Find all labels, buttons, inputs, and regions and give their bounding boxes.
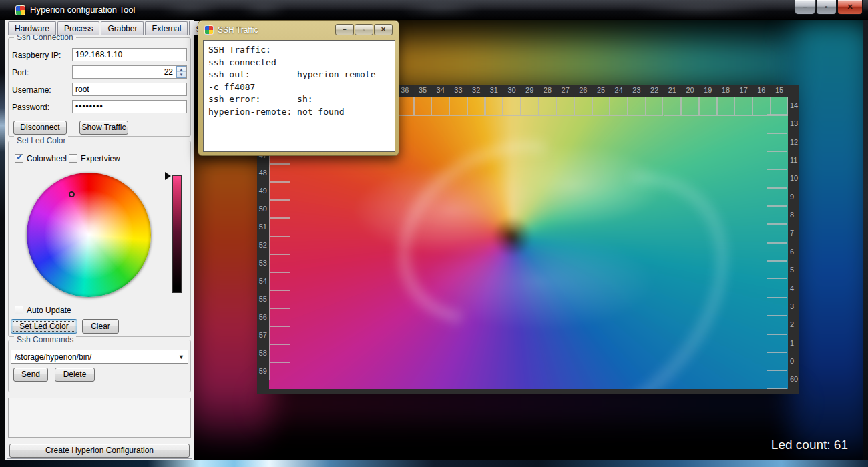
username-field[interactable] [72, 83, 187, 96]
dialog-maximize-button[interactable]: ▫ [355, 24, 373, 35]
led-index-label: 53 [253, 259, 267, 267]
led-index-label: 17 [734, 86, 752, 94]
log-line: SSH Traffic: [208, 44, 390, 57]
tab-process[interactable]: Process [57, 21, 99, 35]
maximize-button[interactable]: ▫ [816, 0, 837, 15]
expertview-checkbox[interactable] [69, 154, 77, 163]
dialog-close-button[interactable]: ✕ [374, 24, 393, 35]
maximize-icon: ▫ [363, 26, 365, 33]
led-index-label: 13 [790, 119, 803, 127]
close-button[interactable]: ✕ [837, 0, 863, 15]
led-cell [269, 362, 290, 380]
slider-arrow-icon[interactable] [165, 172, 171, 180]
led-cell [467, 97, 485, 116]
led-index-label: 28 [539, 86, 557, 94]
create-configuration-button[interactable]: Create Hyperion Configuration [9, 444, 190, 458]
led-cell [767, 169, 787, 187]
led-cell [539, 97, 557, 116]
led-index-label: 3 [790, 302, 803, 310]
led-cell [269, 272, 290, 290]
led-index-label: 22 [646, 86, 664, 94]
dialog-icon [204, 25, 214, 35]
disconnect-button[interactable]: Disconnect [13, 121, 67, 135]
spin-up-icon[interactable]: ▲ [177, 67, 186, 72]
show-traffic-button[interactable]: Show Traffic [79, 121, 128, 135]
ssh-log: SSH Traffic:ssh connectedssh out: hyperi… [203, 40, 395, 152]
led-cell [503, 97, 521, 116]
tab-bar: HardwareProcessGrabberExternalSSH [8, 21, 220, 35]
value-slider[interactable] [172, 175, 182, 293]
led-cell [767, 224, 787, 242]
led-index-label: 6 [790, 248, 803, 256]
delete-button[interactable]: Delete [55, 368, 95, 382]
close-icon: ✕ [381, 26, 386, 33]
dialog-minimize-button[interactable]: – [335, 24, 354, 35]
port-field[interactable] [72, 65, 187, 79]
led-index-label: 10 [790, 174, 803, 182]
led-cell [431, 97, 449, 116]
led-cell [681, 97, 699, 116]
colorwheel-checkbox[interactable]: ✓ [15, 154, 23, 163]
led-index-label: 18 [717, 86, 735, 94]
led-index-label: 33 [449, 86, 467, 94]
led-index-label: 5 [790, 266, 803, 274]
combo-arrow-icon: ▼ [178, 354, 184, 360]
ssh-traffic-dialog: SSH Traffic – ▫ ✕ SSH Traffic:ssh connec… [198, 20, 399, 156]
clear-button[interactable]: Clear [82, 319, 119, 334]
led-index-label: 58 [253, 349, 267, 357]
led-cell [767, 115, 787, 133]
led-index-label: 19 [699, 86, 717, 94]
minimize-button[interactable]: – [795, 0, 815, 15]
led-cell [269, 200, 290, 218]
group-legend: Set Led Color [14, 136, 68, 145]
led-cell [628, 97, 646, 116]
led-index-label: 48 [253, 169, 267, 177]
led-index-label: 14 [790, 101, 803, 109]
led-cell [269, 218, 290, 236]
led-cell [269, 326, 290, 344]
led-cell [449, 97, 467, 116]
led-index-label: 21 [664, 86, 682, 94]
set-led-color-button[interactable]: Set Led Color [11, 319, 77, 334]
maximize-icon: ▫ [825, 3, 828, 11]
color-wheel[interactable] [27, 173, 151, 297]
log-line: -c ff4087 [208, 81, 390, 94]
led-cell [646, 97, 664, 116]
led-index-label: 56 [253, 313, 267, 321]
window-border-right [863, 20, 868, 460]
tab-external[interactable]: External [145, 21, 188, 35]
led-cell [767, 334, 787, 352]
minimize-icon: – [343, 26, 346, 33]
expertview-checkbox-label: Expertview [81, 154, 120, 163]
group-legend: Ssh Commands [14, 335, 76, 344]
led-cell [269, 164, 290, 182]
close-icon: ✕ [847, 3, 853, 11]
colorwheel-marker[interactable] [69, 191, 75, 197]
titlebar-glass-smudge [401, 3, 481, 15]
led-index-label: 0 [790, 357, 803, 365]
send-button[interactable]: Send [13, 368, 48, 382]
tab-grabber[interactable]: Grabber [101, 21, 144, 35]
led-cell [574, 97, 592, 116]
led-cell [767, 97, 787, 115]
led-cell [767, 188, 787, 206]
ssh-command-combobox[interactable]: /storage/hyperion/bin/ ▼ [11, 350, 188, 364]
led-cell [767, 316, 787, 334]
tab-hardware[interactable]: Hardware [8, 21, 56, 35]
raspberry-ip-field[interactable] [72, 48, 187, 61]
led-index-label: 30 [503, 86, 521, 94]
led-cell [485, 97, 503, 116]
led-index-label: 9 [790, 193, 803, 201]
password-field[interactable] [72, 100, 187, 113]
spin-down-icon[interactable]: ▼ [177, 72, 186, 77]
window-titlebar: Hyperion configuration Tool [0, 0, 868, 20]
led-cell [767, 133, 787, 151]
led-index-label: 11 [790, 156, 803, 164]
led-cell [767, 151, 787, 169]
led-cell [269, 290, 290, 308]
led-index-label: 27 [556, 86, 574, 94]
auto-update-checkbox[interactable] [15, 306, 23, 314]
minimize-icon: – [803, 3, 807, 11]
port-spinner[interactable]: ▲ ▼ [176, 66, 186, 78]
log-line: ssh out: hyperion-remote [208, 69, 390, 81]
